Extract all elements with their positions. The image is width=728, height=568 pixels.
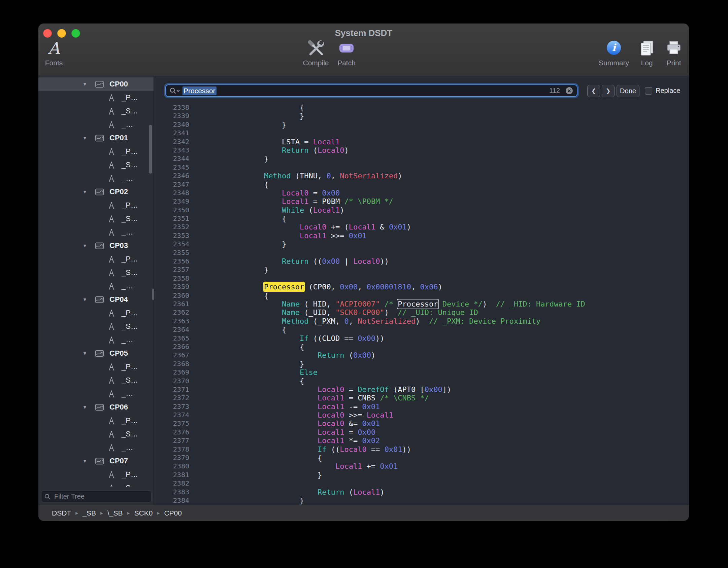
breadcrumb-item[interactable]: \_SB [107, 509, 123, 517]
tree-item-cp06[interactable]: ▼CP06 [38, 400, 154, 414]
splitter-handle[interactable] [152, 289, 154, 300]
code-line: 2383 Return (Local1) [154, 488, 689, 496]
code-line: 2363 Method (_PXM, 0, NotSerialized) // … [154, 317, 689, 325]
tree-item-method[interactable]: _… [38, 225, 154, 239]
code-line: 2339 } [154, 112, 689, 120]
code-line: 2377 Local1 *= 0x02 [154, 436, 689, 445]
disclosure-triangle-icon[interactable]: ▼ [82, 189, 95, 194]
tree-item-method[interactable]: _S… [38, 212, 154, 225]
tree-item-method[interactable]: _… [38, 387, 154, 400]
tree-item-label: _… [122, 228, 133, 237]
patch-button[interactable]: Patch [326, 38, 367, 67]
tree-item-method[interactable]: _P… [38, 414, 154, 427]
code-line: 2342 LSTA = Local1 [154, 138, 689, 146]
find-search-field[interactable]: Processor 112 ✕ [165, 84, 577, 97]
tree-item-method[interactable]: _S… [38, 158, 154, 172]
tree-item-method[interactable]: _P… [38, 252, 154, 266]
clear-search-icon[interactable]: ✕ [566, 87, 573, 94]
tree-item-method[interactable]: _… [38, 441, 154, 454]
code-line: 2354 } [154, 240, 689, 248]
desktop: System DSDT A Fonts [0, 0, 728, 568]
line-number: 2367 [154, 351, 189, 359]
tree-item-method[interactable]: _S… [38, 104, 154, 118]
code-line: 2375 Local0 &= 0x01 [154, 419, 689, 428]
tree-item-cp00[interactable]: ▼CP00 [38, 77, 154, 91]
tree-item-method[interactable]: _… [38, 172, 154, 185]
filter-tree-field[interactable] [41, 491, 152, 502]
line-number: 2362 [154, 308, 189, 317]
window-content: ▼CP00_P…_S…_…▼CP01_P…_S…_…▼CP02_P…_S…_…▼… [38, 76, 689, 505]
scope-icon [95, 135, 109, 142]
replace-checkbox[interactable] [645, 87, 652, 95]
tree-item-method[interactable]: _S… [38, 266, 154, 279]
sidebar-tree: ▼CP00_P…_S…_…▼CP01_P…_S…_…▼CP02_P…_S…_…▼… [38, 77, 154, 487]
tree-item-method[interactable]: _P… [38, 145, 154, 158]
tree-item-label: _P… [122, 147, 138, 156]
line-number: 2384 [154, 496, 189, 505]
tree-item-method[interactable]: _P… [38, 468, 154, 481]
fonts-label: Fonts [38, 59, 74, 67]
replace-label: Replace [656, 87, 680, 95]
method-icon [108, 444, 122, 452]
breadcrumb-item[interactable]: DSDT [52, 509, 71, 517]
print-button[interactable]: Print [654, 38, 689, 67]
filter-tree-input[interactable] [54, 492, 148, 501]
tree-item-method[interactable]: _S… [38, 427, 154, 441]
find-query[interactable]: Processor [183, 86, 217, 95]
tree-item-method[interactable]: _P… [38, 199, 154, 212]
sidebar-scrollbar[interactable] [149, 125, 152, 174]
code-lines: 2338 {2339 }2340 }23412342 LSTA = Local1… [154, 103, 689, 505]
code-line: 2347 { [154, 180, 689, 189]
tree-item-cp03[interactable]: ▼CP03 [38, 239, 154, 252]
line-number: 2378 [154, 445, 189, 454]
disclosure-triangle-icon[interactable]: ▼ [82, 351, 95, 356]
tree-item-cp04[interactable]: ▼CP04 [38, 293, 154, 306]
disclosure-triangle-icon[interactable]: ▼ [82, 404, 95, 410]
tree-item-method[interactable]: _… [38, 333, 154, 347]
disclosure-triangle-icon[interactable]: ▼ [82, 297, 95, 302]
disclosure-triangle-icon[interactable]: ▼ [82, 243, 95, 248]
tree-item-cp05[interactable]: ▼CP05 [38, 347, 154, 360]
tree-item-label: _P… [122, 416, 138, 425]
breadcrumb-item[interactable]: CP00 [164, 509, 182, 517]
tree-item-method[interactable]: _S… [38, 374, 154, 387]
code-line: 2343 Return (Local0) [154, 146, 689, 154]
tree-item-method[interactable]: _P… [38, 360, 154, 374]
breadcrumb-item[interactable]: SCK0 [134, 509, 153, 517]
previous-match-button[interactable]: ❮ [587, 85, 600, 97]
disclosure-triangle-icon[interactable]: ▼ [82, 81, 95, 87]
tree-item-cp01[interactable]: ▼CP01 [38, 131, 154, 145]
tree-item-label: _… [122, 443, 133, 452]
method-icon [108, 417, 122, 425]
maciasl-window: System DSDT A Fonts [38, 24, 689, 521]
code-line: 2374 Local0 >>= Local1 [154, 411, 689, 419]
tree-item-method[interactable]: _… [38, 118, 154, 131]
code-line: 2355 [154, 249, 689, 257]
printer-icon [654, 38, 689, 59]
tree-item-method[interactable]: _S… [38, 320, 154, 333]
method-icon [108, 161, 122, 169]
tree-item-label: _S… [122, 107, 138, 115]
line-number: 2343 [154, 146, 189, 154]
fonts-button[interactable]: A Fonts [38, 38, 74, 67]
code-line: 2351 { [154, 214, 689, 223]
tree-item-cp07[interactable]: ▼CP07 [38, 454, 154, 468]
disclosure-triangle-icon[interactable]: ▼ [82, 458, 95, 464]
method-icon [108, 255, 122, 263]
code-line: 2372 Local1 = CNBS /* \CNBS */ [154, 394, 689, 402]
tree-item-method[interactable]: _P… [38, 91, 154, 104]
tree-item-method[interactable]: _S… [38, 481, 154, 487]
tree-item-method[interactable]: _P… [38, 306, 154, 320]
patch-bandaid-icon [326, 38, 367, 59]
done-button[interactable]: Done [617, 85, 639, 97]
scope-icon [95, 296, 109, 303]
code-editor[interactable]: 2338 {2339 }2340 }23412342 LSTA = Local1… [154, 103, 689, 505]
code-line: 2359 Processor (CP00, 0x00, 0x00001810, … [154, 283, 689, 291]
code-line: 2382 [154, 479, 689, 488]
next-match-button[interactable]: ❯ [602, 85, 615, 97]
method-icon [108, 309, 122, 317]
tree-item-method[interactable]: _… [38, 279, 154, 293]
disclosure-triangle-icon[interactable]: ▼ [82, 135, 95, 141]
tree-item-cp02[interactable]: ▼CP02 [38, 185, 154, 199]
breadcrumb-item[interactable]: _SB [82, 509, 96, 517]
